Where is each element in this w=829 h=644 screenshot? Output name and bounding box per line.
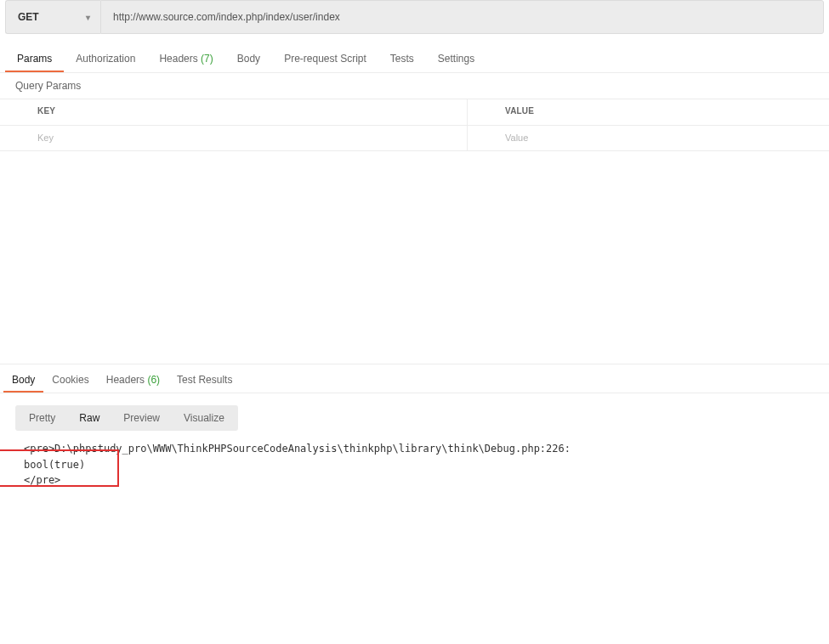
response-tabs: Body Cookies Headers (6) Test Results — [0, 364, 829, 393]
request-tabs: Params Authorization Headers (7) Body Pr… — [0, 34, 829, 73]
spacer — [0, 151, 829, 364]
url-input[interactable]: http://www.source.com/index.php/index/us… — [100, 0, 824, 34]
params-value-header: VALUE — [468, 99, 829, 125]
view-raw[interactable]: Raw — [67, 407, 111, 429]
tab-headers-count: (7) — [201, 53, 213, 65]
query-params-heading: Query Params — [0, 73, 829, 99]
params-table: KEY VALUE Key Value — [0, 99, 829, 151]
response-line-1: <pre>D:\phpstudy_pro\WWW\ThinkPHPSourceC… — [24, 441, 814, 457]
params-value-input[interactable]: Value — [468, 126, 829, 150]
url-text: http://www.source.com/index.php/index/us… — [113, 11, 340, 23]
tab-settings[interactable]: Settings — [426, 45, 486, 72]
http-method-label: GET — [18, 11, 39, 23]
resp-tab-test-results[interactable]: Test Results — [168, 367, 241, 393]
http-method-select[interactable]: GET ▾ — [5, 0, 100, 34]
response-section: Body Cookies Headers (6) Test Results Pr… — [0, 364, 829, 504]
tab-body[interactable]: Body — [225, 45, 272, 72]
tab-tests[interactable]: Tests — [378, 45, 426, 72]
view-mode-toggle: Pretty Raw Preview Visualize — [15, 405, 238, 431]
response-body[interactable]: <pre>D:\phpstudy_pro\WWW\ThinkPHPSourceC… — [0, 438, 829, 504]
resp-tab-headers-count: (6) — [147, 374, 160, 386]
view-preview[interactable]: Preview — [111, 407, 172, 429]
caret-down-icon: ▾ — [86, 13, 90, 22]
tab-authorization[interactable]: Authorization — [64, 45, 147, 72]
tab-headers[interactable]: Headers (7) — [147, 45, 224, 72]
params-empty-row[interactable]: Key Value — [0, 125, 829, 150]
params-key-header: KEY — [0, 99, 468, 125]
resp-tab-cookies[interactable]: Cookies — [43, 367, 97, 393]
params-key-input[interactable]: Key — [0, 126, 468, 150]
resp-tab-headers-label: Headers — [106, 374, 145, 386]
tab-prerequest[interactable]: Pre-request Script — [272, 45, 378, 72]
resp-tab-headers[interactable]: Headers (6) — [98, 367, 168, 393]
response-line-3: </pre> — [24, 472, 814, 489]
tab-headers-label: Headers — [159, 53, 197, 65]
tab-params[interactable]: Params — [5, 45, 64, 72]
response-line-2: bool(true) — [24, 457, 814, 473]
view-visualize[interactable]: Visualize — [172, 407, 236, 429]
params-header-row: KEY VALUE — [0, 99, 829, 125]
view-pretty[interactable]: Pretty — [17, 407, 67, 429]
resp-tab-body[interactable]: Body — [3, 367, 43, 393]
